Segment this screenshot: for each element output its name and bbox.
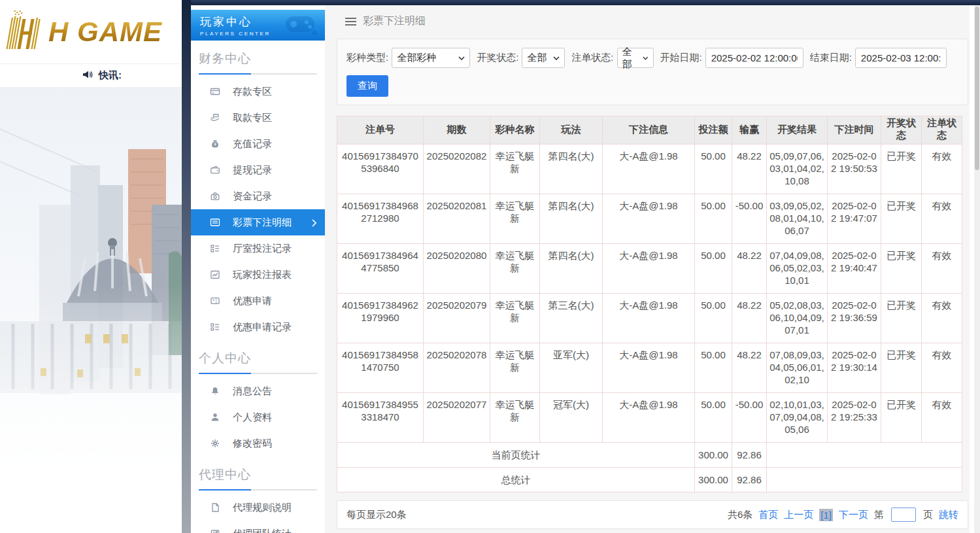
cell-play: 第四名(大): [540, 194, 603, 244]
left-promo-zone: H GAME 快讯:: [0, 0, 182, 533]
cell-bet-info: 大-A盘@1.98: [603, 294, 695, 343]
bell-icon: [209, 385, 221, 397]
chevron-right-icon: [312, 218, 316, 229]
top-navy-bar: [182, 0, 980, 5]
cell-amount: 50.00: [695, 194, 732, 244]
sidebar-item-hall-bet-records[interactable]: 厅室投注记录: [191, 235, 325, 262]
draw-status-select[interactable]: 全部: [522, 48, 565, 68]
cell-draw-status: 已开奖: [881, 343, 922, 393]
cell-win-loss: 48.22: [732, 145, 767, 194]
lottery-type-label: 彩种类型:: [346, 52, 388, 64]
section-divider: [199, 373, 317, 374]
page-jump-input[interactable]: [891, 507, 916, 522]
chevron-down-icon: [553, 56, 560, 60]
sidebar: 玩家中心 PLAYERS CENTER 财务中心 存款专区 取款专区 ¥ 充值记…: [191, 5, 325, 533]
cell-amount: 50.00: [695, 294, 732, 343]
logo-text: H GAME: [48, 16, 162, 48]
sidebar-item-promo-apply[interactable]: 优惠申请: [191, 288, 325, 314]
sidebar-item-lottery-bet-details[interactable]: 彩票下注明细: [191, 209, 325, 235]
table-row: 401569173849621979960 20250202079 幸运飞艇新 …: [337, 294, 962, 343]
sidebar-item-recharge-records[interactable]: ¥ 充值记录: [191, 131, 325, 157]
cell-period: 20250202077: [424, 393, 490, 443]
first-page-link[interactable]: 首页: [758, 509, 778, 521]
scrollbar-thumb[interactable]: [975, 7, 979, 170]
moneybag-icon: ¥: [209, 138, 221, 150]
current-page[interactable]: [1]: [819, 509, 833, 521]
speaker-icon: [82, 69, 93, 82]
start-date-input[interactable]: [705, 48, 803, 68]
sidebar-item-agent-rules[interactable]: 代理规则说明: [191, 494, 325, 521]
bank-card-icon: [209, 86, 221, 97]
end-date-label: 结束日期:: [810, 52, 852, 64]
cell-play: 冠军(大): [540, 393, 603, 443]
section-title-personal: 个人中心: [191, 340, 325, 370]
cell-bet-time: 2025-02-02 19:36:59: [828, 294, 881, 343]
cell-lottery: 幸运飞艇新: [490, 145, 540, 194]
cell-period: 20250202081: [424, 194, 490, 244]
sidebar-item-withdraw-records[interactable]: 提现记录: [191, 157, 325, 183]
page-prefix-label: 第: [874, 509, 884, 521]
sidebar-item-messages[interactable]: 消息公告: [191, 378, 325, 404]
summary-total-amount: 300.00: [695, 468, 732, 492]
cell-order-id: 401569173849621979960: [337, 294, 424, 343]
filter-panel: 彩种类型: 全部彩种 开奖状态: 全部 注单状态: 全部 开始日期: 结束日期:…: [337, 39, 968, 105]
cell-order-status: 有效: [922, 194, 962, 244]
cell-draw-status: 已开奖: [881, 145, 922, 194]
sidebar-item-funds-records[interactable]: 资金记录: [191, 183, 325, 209]
sidebar-item-label: 优惠申请: [233, 295, 272, 307]
cell-lottery: 幸运飞艇新: [490, 393, 540, 443]
table-row: 401569173849581470750 20250202078 幸运飞艇新 …: [337, 343, 962, 393]
query-button[interactable]: 查询: [346, 75, 388, 97]
lottery-type-select[interactable]: 全部彩种: [392, 48, 470, 68]
sidebar-item-deposit-zone[interactable]: 存款专区: [191, 78, 325, 105]
cell-result: 02,10,01,03,07,09,04,08,05,06: [767, 393, 828, 443]
logo-bars-icon: [5, 10, 48, 54]
col-lottery: 彩种名称: [490, 116, 540, 145]
cell-order-status: 有效: [922, 145, 962, 194]
cell-bet-time: 2025-02-02 19:30:14: [828, 343, 881, 393]
gamepad-icon: [284, 14, 318, 39]
section-title-finance: 财务中心: [191, 41, 325, 71]
coin-purse-icon: [209, 190, 221, 202]
per-page-label: 每页显示20条: [346, 509, 407, 521]
chevron-down-icon: [643, 56, 649, 60]
news-icon: [209, 528, 221, 533]
sidebar-item-change-password[interactable]: 修改密码: [191, 430, 325, 456]
sidebar-item-player-bet-report[interactable]: 玩家投注报表: [191, 262, 325, 288]
col-draw-status: 开奖状态: [881, 116, 922, 145]
cell-result: 05,09,07,06,03,01,04,02,10,08: [767, 145, 828, 194]
cell-bet-info: 大-A盘@1.98: [603, 194, 695, 244]
next-page-link[interactable]: 下一页: [839, 509, 868, 521]
sidebar-item-promo-apply-records[interactable]: 优惠申请记录: [191, 314, 325, 340]
svg-text:¥: ¥: [214, 142, 216, 146]
cell-order-status: 有效: [922, 393, 962, 443]
section-title-agent: 代理中心: [191, 456, 325, 487]
cell-order-id: 401569173849705396840: [337, 145, 424, 194]
prev-page-link[interactable]: 上一页: [784, 509, 813, 521]
sidebar-item-profile[interactable]: 个人资料: [191, 404, 325, 430]
cell-amount: 50.00: [695, 393, 732, 443]
cell-play: 亚军(大): [540, 343, 603, 393]
menu-icon[interactable]: [345, 18, 356, 26]
order-status-select[interactable]: 全部: [617, 48, 654, 68]
jump-link[interactable]: 跳转: [939, 509, 958, 521]
cell-bet-info: 大-A盘@1.98: [603, 343, 695, 393]
list-card-icon: [209, 216, 221, 228]
table-row: 401569173849682712980 20250202081 幸运飞艇新 …: [337, 194, 962, 244]
end-date-input[interactable]: [855, 48, 947, 68]
wallet-icon: [209, 164, 221, 176]
summary-empty: [767, 468, 962, 492]
summary-total-label: 总统计: [337, 468, 695, 492]
cell-bet-time: 2025-02-02 19:40:47: [828, 244, 881, 294]
sidebar-banner: 玩家中心 PLAYERS CENTER: [191, 10, 325, 41]
sidebar-item-agent-team-stats[interactable]: 代理团队统计: [191, 521, 325, 533]
table-row: 401569173849644775850 20250202080 幸运飞艇新 …: [337, 244, 962, 294]
table-row: 401569173849705396840 20250202082 幸运飞艇新 …: [337, 145, 962, 194]
sidebar-item-label: 提现记录: [233, 164, 272, 177]
table-row: 401569173849553318470 20250202077 幸运飞艇新 …: [337, 393, 962, 443]
sidebar-item-withdraw-zone[interactable]: 取款专区: [191, 105, 325, 131]
scrollbar[interactable]: [974, 5, 980, 533]
main-content: 彩票下注明细 彩种类型: 全部彩种 开奖状态: 全部 注单状态: 全部 开始日期…: [325, 5, 970, 533]
cell-order-status: 有效: [922, 294, 962, 343]
cell-period: 20250202082: [424, 145, 490, 194]
